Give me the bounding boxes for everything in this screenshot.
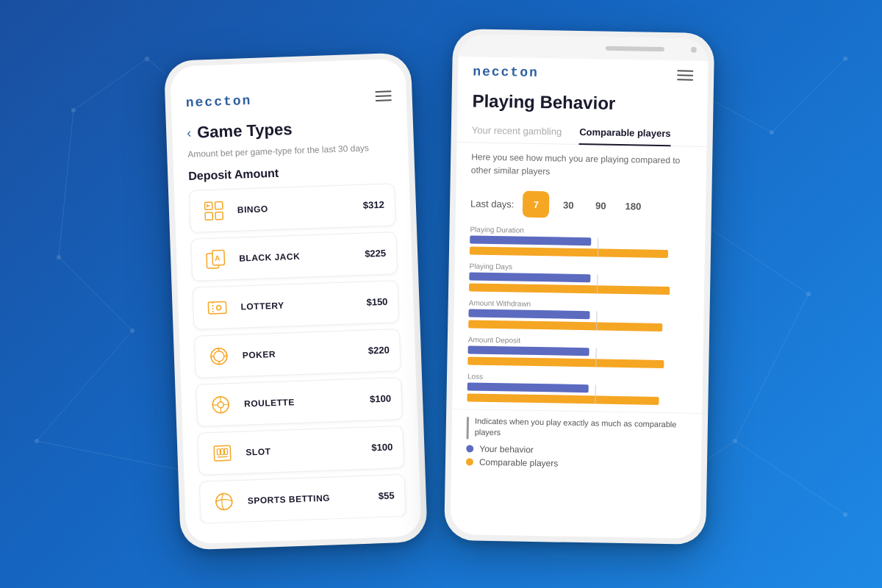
game-item[interactable]: ROULETTE $100 xyxy=(196,377,403,427)
dual-bar xyxy=(467,382,687,405)
game-amount: $100 xyxy=(371,442,392,453)
game-item[interactable]: LOTTERY $150 xyxy=(193,280,400,330)
notch-dot xyxy=(691,47,697,53)
days-selector: Last days: 7 30 90 180 xyxy=(456,184,706,229)
phone-2: neccton Playing Behavior Your recent gam… xyxy=(444,29,714,545)
game-icon-bingo xyxy=(200,197,227,224)
svg-line-26 xyxy=(735,441,845,514)
dual-bar xyxy=(468,309,689,331)
bar-orange xyxy=(467,356,664,368)
game-icon-roulette xyxy=(207,391,234,418)
game-item[interactable]: BINGO $312 xyxy=(189,183,396,233)
game-amount: $150 xyxy=(366,296,387,308)
game-icon-slot xyxy=(209,440,236,467)
orange-dot-icon xyxy=(466,458,473,465)
day-btn-180[interactable]: 180 xyxy=(620,193,647,220)
game-item[interactable]: POKER $220 xyxy=(194,329,401,379)
game-name: SLOT xyxy=(245,443,361,457)
legend-line-indicator xyxy=(467,417,470,439)
bar-orange xyxy=(468,320,662,331)
svg-line-25 xyxy=(735,294,808,441)
phone-2-header: neccton xyxy=(458,57,709,89)
svg-line-20 xyxy=(37,331,132,441)
game-amount: $312 xyxy=(363,199,384,211)
chart-row-amount-deposit: Amount Deposit xyxy=(467,335,689,368)
svg-line-24 xyxy=(698,220,808,294)
bar-orange xyxy=(467,393,659,405)
game-item[interactable]: A BLACK JACK $225 xyxy=(190,232,398,282)
svg-line-18 xyxy=(59,110,74,257)
phones-container: neccton ‹ Game Types Amount bet per game… xyxy=(172,38,710,550)
game-name: LOTTERY xyxy=(240,298,356,312)
bar-blue xyxy=(468,309,589,319)
tab-comparable-players[interactable]: Comparable players xyxy=(579,121,671,146)
svg-rect-30 xyxy=(205,212,212,220)
hamburger-line-2 xyxy=(376,95,392,97)
legend-your-behavior: Your behavior xyxy=(466,443,686,457)
legend-comparable-players: Comparable players xyxy=(466,456,686,470)
comparable-players-label: Comparable players xyxy=(479,457,559,469)
hamburger-line-3 xyxy=(376,99,392,101)
game-name: SPORTS BETTING xyxy=(248,492,369,506)
hamburger-line-2 xyxy=(677,74,693,76)
svg-point-47 xyxy=(218,401,223,407)
chart-row-playing-days: Playing Days xyxy=(469,262,690,295)
svg-point-39 xyxy=(216,305,220,309)
game-item[interactable]: SLOT $100 xyxy=(197,426,404,476)
hamburger-line-1 xyxy=(375,90,391,93)
svg-line-16 xyxy=(74,59,147,110)
bar-orange xyxy=(470,246,668,258)
game-amount: $55 xyxy=(379,490,395,502)
dual-bar xyxy=(469,272,689,295)
back-navigation[interactable]: ‹ Game Types xyxy=(186,109,392,146)
section-title: Deposit Amount xyxy=(188,162,394,183)
page-title: Game Types xyxy=(197,120,293,142)
svg-rect-37 xyxy=(208,301,226,314)
svg-rect-29 xyxy=(215,201,223,209)
chart-label: Playing Days xyxy=(470,262,690,273)
game-amount: $220 xyxy=(368,345,390,356)
day-btn-7[interactable]: 7 xyxy=(523,191,550,218)
bar-blue xyxy=(469,272,590,282)
game-amount: $100 xyxy=(370,393,391,405)
hamburger-line-3 xyxy=(677,79,693,80)
game-list: BINGO $312 A BLACK JACK $225 LOTTERY $15… xyxy=(189,183,406,523)
game-icon-poker xyxy=(205,343,232,370)
days-label: Last days: xyxy=(470,198,514,209)
phone-2-notch xyxy=(459,35,709,61)
game-name: BINGO xyxy=(237,201,353,215)
playing-behavior-title: Playing Behavior xyxy=(457,85,708,123)
legend-line-text: Indicates when you play exactly as much … xyxy=(475,416,687,442)
svg-point-41 xyxy=(214,351,224,361)
your-behavior-label: Your behavior xyxy=(479,444,534,455)
chart-row-loss: Loss xyxy=(467,372,688,405)
game-icon-sports-betting xyxy=(210,488,237,515)
phone-1-screen: neccton ‹ Game Types Amount bet per game… xyxy=(170,59,421,545)
svg-rect-55 xyxy=(224,448,227,454)
game-item[interactable]: SPORTS BETTING $55 xyxy=(199,474,406,524)
comparison-description: Here you see how much you are playing co… xyxy=(456,143,707,188)
hamburger-line-1 xyxy=(677,70,693,71)
phone-1-content: ‹ Game Types Amount bet per game-type fo… xyxy=(171,109,420,525)
day-btn-90[interactable]: 90 xyxy=(587,192,614,219)
svg-rect-54 xyxy=(220,448,223,454)
tabs-row: Your recent gambling Comparable players xyxy=(457,118,708,147)
bar-chart: Playing Duration Playing Days Amount Wit… xyxy=(452,225,705,406)
svg-rect-31 xyxy=(215,212,223,219)
svg-point-57 xyxy=(215,493,232,510)
svg-line-23 xyxy=(772,59,845,132)
chart-row-amount-withdrawn: Amount Withdrawn xyxy=(468,298,689,331)
phone-2-screen: neccton Playing Behavior Your recent gam… xyxy=(450,35,709,539)
phone-2-menu-button[interactable] xyxy=(677,70,693,80)
back-arrow-icon: ‹ xyxy=(187,125,192,140)
legend-divider-item: Indicates when you play exactly as much … xyxy=(467,415,688,442)
dual-bar xyxy=(467,345,688,368)
chart-row-playing-duration: Playing Duration xyxy=(470,225,691,258)
phone-1-menu-button[interactable] xyxy=(375,90,391,101)
day-btn-30[interactable]: 30 xyxy=(555,191,582,218)
phone-2-logo: neccton xyxy=(473,64,539,80)
tab-recent-gambling[interactable]: Your recent gambling xyxy=(472,118,562,144)
bar-blue xyxy=(467,382,589,392)
game-amount: $225 xyxy=(365,248,386,259)
bar-orange xyxy=(469,283,670,295)
